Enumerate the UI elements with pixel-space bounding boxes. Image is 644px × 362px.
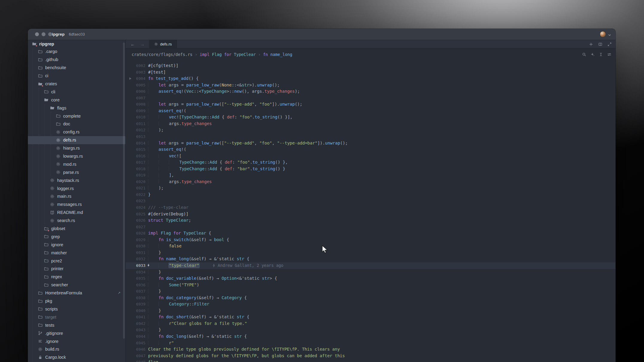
- sidebar-item-hiargs-rs[interactable]: hiargs.rs: [28, 144, 125, 152]
- code-line[interactable]: 6931 }: [126, 250, 616, 256]
- gutter[interactable]: 6936: [126, 282, 145, 288]
- code-line[interactable]: 6945 r": [126, 340, 616, 346]
- gutter[interactable]: 6930: [126, 243, 145, 250]
- code-line[interactable]: 6909 assert_eq!(: [126, 108, 616, 114]
- gutter[interactable]: 6946: [126, 346, 145, 353]
- sidebar-item-core[interactable]: core: [28, 96, 125, 104]
- gutter[interactable]: 6906: [126, 88, 145, 95]
- sidebar-item--github[interactable]: .github: [28, 56, 125, 64]
- code-editor[interactable]: 6902#[cfg(test)]6903#[test]6904fn test_t…: [126, 60, 616, 362]
- code-line[interactable]: 6926struct TypeClear;: [126, 217, 616, 224]
- gutter[interactable]: 6934: [126, 269, 145, 276]
- code-line[interactable]: 6946Clear the file type globs previously…: [126, 346, 616, 353]
- titlebar[interactable]: ripgrep 6dfaec03: [28, 29, 616, 40]
- gutter[interactable]: 6918: [126, 166, 145, 172]
- code-action-button[interactable]: [147, 263, 151, 267]
- code-line[interactable]: 6912 );: [126, 127, 616, 133]
- code-line[interactable]: 6913: [126, 133, 616, 140]
- sidebar-item-build-rs[interactable]: build.rs: [28, 345, 125, 353]
- gutter[interactable]: 6923: [126, 198, 145, 204]
- sidebar-item-benchsuite[interactable]: benchsuite: [28, 64, 125, 72]
- gutter[interactable]: 6905: [126, 82, 145, 89]
- gutter[interactable]: 6939: [126, 301, 145, 308]
- tab-defs-rs[interactable]: defs.rs: [149, 40, 177, 48]
- close-button[interactable]: [35, 32, 39, 36]
- gutter[interactable]: 6943: [126, 327, 145, 333]
- gutter[interactable]: 6910: [126, 114, 145, 121]
- code-line[interactable]: 6935 fn doc_variable(&self) → Option<&'s…: [126, 275, 616, 282]
- gutter[interactable]: 6915: [126, 146, 145, 153]
- code-line[interactable]: 6923: [126, 198, 616, 204]
- sidebar-scrollbar[interactable]: [123, 42, 125, 339]
- gutter[interactable]: 6948: [126, 359, 145, 362]
- code-line[interactable]: 6930 false: [126, 243, 616, 250]
- sidebar-item-pcre2[interactable]: pcre2: [28, 257, 125, 265]
- code-line[interactable]: 6917 TypeChange::Add { def: "foo".to_str…: [126, 159, 616, 166]
- code-line[interactable]: 6903#[test]: [126, 69, 616, 76]
- code-line[interactable]: 6902#[cfg(test)]: [126, 63, 616, 69]
- gutter[interactable]: 6916: [126, 153, 145, 159]
- gutter[interactable]: 6922: [126, 191, 145, 198]
- sidebar-item-matcher[interactable]: matcher: [28, 249, 125, 257]
- sidebar-item-main-rs[interactable]: main.rs: [28, 192, 125, 200]
- gutter[interactable]: 6938: [126, 295, 145, 301]
- sidebar-item-parse-rs[interactable]: parse.rs: [28, 168, 125, 176]
- gutter[interactable]: 6940: [126, 308, 145, 314]
- gutter[interactable]: 6925: [126, 211, 145, 217]
- code-line[interactable]: 6907: [126, 95, 616, 101]
- gutter[interactable]: 6929: [126, 237, 145, 243]
- code-line[interactable]: 6908 let args = parse_low_raw(["--type-a…: [126, 101, 616, 108]
- sidebar-item-search-rs[interactable]: search.rs: [28, 217, 125, 225]
- sidebar-item-config-rs[interactable]: config.rs: [28, 128, 125, 136]
- code-line[interactable]: 6937 }: [126, 288, 616, 295]
- sidebar-project-root[interactable]: ripgrep: [28, 40, 125, 48]
- code-line[interactable]: 6920 args.type_changes: [126, 179, 616, 185]
- minimize-button[interactable]: [42, 32, 45, 36]
- gutter[interactable]: 6932: [126, 256, 145, 262]
- sidebar-item-cli[interactable]: cli: [28, 88, 125, 96]
- code-line[interactable]: 6948flag.: [126, 359, 616, 362]
- text-cursor-icon[interactable]: [599, 52, 603, 57]
- sidebar-item-target[interactable]: target: [28, 313, 125, 321]
- sidebar-item-cargo-lock[interactable]: Cargo.lock: [28, 353, 125, 361]
- code-line[interactable]: 6932 fn name_long(&self) → &'static str …: [126, 256, 616, 262]
- code-line[interactable]: 6941 fn doc_short(&self) → &'static str …: [126, 314, 616, 320]
- breadcrumb[interactable]: crates/core/flags/defs.rs › impl Flag fo…: [126, 48, 616, 60]
- gutter[interactable]: 6935: [126, 275, 145, 282]
- code-line[interactable]: 6914 let args = parse_low_raw(["--type-a…: [126, 140, 616, 147]
- gutter[interactable]: 6919: [126, 172, 145, 179]
- code-line[interactable]: 6934 }: [126, 269, 616, 276]
- gutter[interactable]: 6926: [126, 217, 145, 224]
- sidebar-item-printer[interactable]: printer: [28, 265, 125, 273]
- code-line[interactable]: 6910 vec![TypeChange::Add { def: "foo".t…: [126, 114, 616, 121]
- code-line[interactable]: 6939 Category::Filter: [126, 301, 616, 308]
- nav-forward-button[interactable]: →: [140, 42, 145, 46]
- code-line[interactable]: 6947previously defined globs for the \fI…: [126, 353, 616, 359]
- code-line[interactable]: 6911 args.type_changes: [126, 121, 616, 127]
- sidebar-item--cargo[interactable]: .cargo: [28, 48, 125, 56]
- code-line[interactable]: 6924/// --type-clear: [126, 204, 616, 211]
- sidebar-item-doc[interactable]: doc: [28, 120, 125, 128]
- code-line[interactable]: 6921 );: [126, 185, 616, 191]
- gutter[interactable]: 6942: [126, 320, 145, 327]
- run-test-button[interactable]: [129, 77, 132, 80]
- maximize-button[interactable]: [48, 32, 52, 36]
- gutter[interactable]: 6909: [126, 108, 145, 114]
- sidebar-item-regex[interactable]: regex: [28, 273, 125, 281]
- gutter[interactable]: 6924: [126, 204, 145, 211]
- gutter[interactable]: 6907: [126, 95, 145, 101]
- gutter[interactable]: 6931: [126, 250, 145, 256]
- code-line[interactable]: 6942 r"Clear globs for a file type.": [126, 320, 616, 327]
- gutter[interactable]: 6911: [126, 121, 145, 127]
- sidebar-item-mod-rs[interactable]: mod.rs: [28, 160, 125, 168]
- code-line[interactable]: 6916 vec![: [126, 153, 616, 159]
- sidebar-item-searcher[interactable]: searcher: [28, 281, 125, 289]
- gutter[interactable]: 6945: [126, 340, 145, 346]
- gutter[interactable]: 6933: [126, 262, 145, 269]
- sidebar-item-homebrewformula[interactable]: HomebrewFormula↗: [28, 289, 125, 297]
- search-icon[interactable]: [582, 52, 586, 57]
- nav-back-button[interactable]: ←: [130, 42, 135, 46]
- code-line[interactable]: 6918 TypeChange::Add { def: "bar".to_str…: [126, 166, 616, 172]
- gutter[interactable]: 6914: [126, 140, 145, 147]
- editor-controls-icon[interactable]: [607, 52, 611, 57]
